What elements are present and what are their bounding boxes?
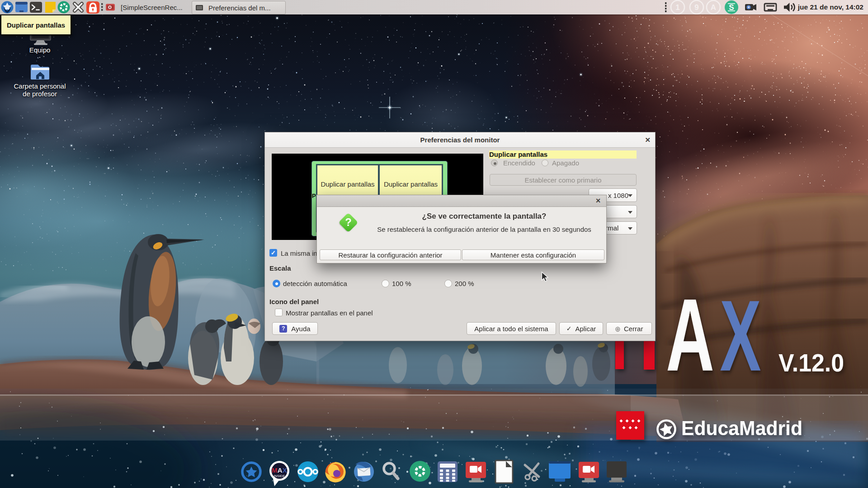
svg-text:A: A — [666, 277, 714, 393]
svg-text:INSIDE: INSIDE — [274, 474, 285, 478]
svg-text:S: S — [729, 3, 734, 12]
svg-text:A: A — [711, 3, 716, 12]
svg-text:EducaMadrid: EducaMadrid — [681, 417, 802, 439]
svg-text:MAX: MAX — [272, 466, 287, 474]
svg-text:1: 1 — [675, 3, 679, 12]
svg-text:X: X — [720, 280, 761, 392]
svg-text:9: 9 — [694, 3, 698, 12]
svg-text:V.12.0: V.12.0 — [778, 348, 844, 377]
